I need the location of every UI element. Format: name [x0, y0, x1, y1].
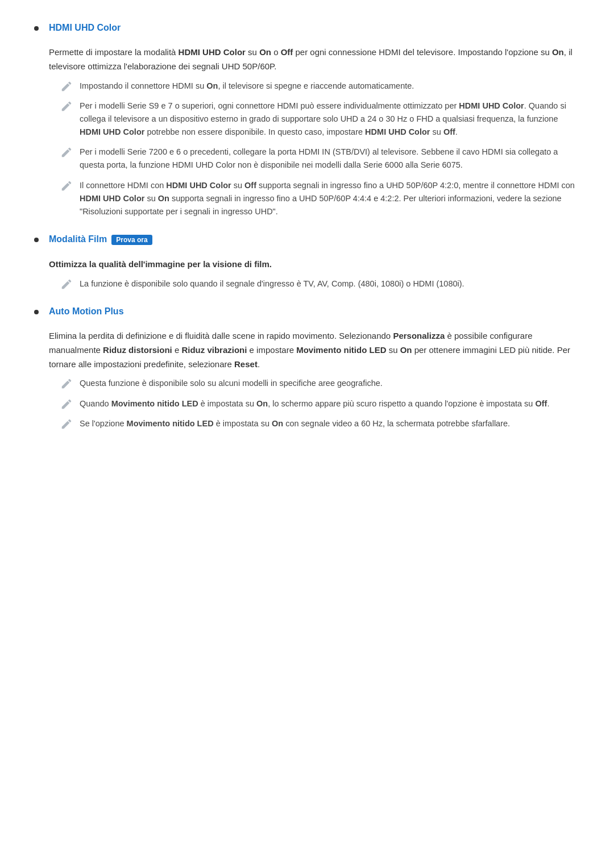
bullet-dot	[34, 26, 39, 31]
section-body-modalita-film: Ottimizza la qualità dell'immagine per l…	[49, 258, 580, 290]
badge-modalita-film[interactable]: Prova ora	[111, 235, 152, 245]
section-hdmi-uhd-color: HDMI UHD ColorPermette di impostare la m…	[34, 23, 580, 218]
note-list: Questa funzione è disponibile solo su al…	[60, 377, 580, 430]
note-text: Se l'opzione Movimento nitido LED è impo…	[80, 417, 510, 430]
note-item: Per i modelli Serie S9 e 7 o superiori, …	[60, 99, 580, 139]
intro-paragraph: Permette di impostare la modalità HDMI U…	[49, 45, 580, 74]
note-item: Per i modelli Serie 7200 e 6 o precedent…	[60, 146, 580, 172]
main-content: HDMI UHD ColorPermette di impostare la m…	[34, 23, 580, 430]
section-title-auto-motion-plus[interactable]: Auto Motion Plus	[49, 306, 124, 316]
note-text: Impostando il connettore HDMI su On, il …	[80, 80, 414, 93]
bullet-dot	[34, 238, 39, 242]
intro-paragraph: Ottimizza la qualità dell'immagine per l…	[49, 258, 580, 272]
note-item: Impostando il connettore HDMI su On, il …	[60, 80, 580, 93]
note-item: Questa funzione è disponibile solo su al…	[60, 377, 580, 390]
note-text: Quando Movimento nitido LED è impostata …	[80, 397, 549, 410]
note-list: La funzione è disponibile solo quando il…	[60, 277, 580, 290]
note-text: La funzione è disponibile solo quando il…	[80, 277, 464, 290]
note-list: Impostando il connettore HDMI su On, il …	[60, 80, 580, 219]
section-auto-motion-plus: Auto Motion PlusElimina la perdita di de…	[34, 306, 580, 430]
note-item: Se l'opzione Movimento nitido LED è impo…	[60, 417, 580, 430]
note-text: Per i modelli Serie 7200 e 6 o precedent…	[80, 146, 580, 172]
section-body-hdmi-uhd-color: Permette di impostare la modalità HDMI U…	[49, 45, 580, 218]
section-header-auto-motion-plus: Auto Motion Plus	[34, 306, 580, 317]
section-header-modalita-film: Modalità FilmProva ora	[34, 234, 580, 245]
note-text: Il connettore HDMI con HDMI UHD Color su…	[80, 179, 580, 219]
note-text: Per i modelli Serie S9 e 7 o superiori, …	[80, 99, 580, 139]
section-title-modalita-film[interactable]: Modalità Film	[49, 234, 107, 244]
section-title-hdmi-uhd-color[interactable]: HDMI UHD Color	[49, 23, 121, 32]
note-text: Questa funzione è disponibile solo su al…	[80, 377, 383, 390]
section-title-wrap-modalita-film: Modalità FilmProva ora	[49, 234, 152, 245]
section-title-wrap-auto-motion-plus: Auto Motion Plus	[49, 306, 124, 317]
section-title-wrap-hdmi-uhd-color: HDMI UHD Color	[49, 23, 121, 33]
bullet-dot	[34, 310, 39, 314]
section-modalita-film: Modalità FilmProva oraOttimizza la quali…	[34, 234, 580, 290]
note-item: Quando Movimento nitido LED è impostata …	[60, 397, 580, 410]
section-header-hdmi-uhd-color: HDMI UHD Color	[34, 23, 580, 33]
intro-paragraph: Elimina la perdita di definizione e di f…	[49, 329, 580, 371]
section-body-auto-motion-plus: Elimina la perdita di definizione e di f…	[49, 329, 580, 430]
note-item: La funzione è disponibile solo quando il…	[60, 277, 580, 290]
note-item: Il connettore HDMI con HDMI UHD Color su…	[60, 179, 580, 219]
